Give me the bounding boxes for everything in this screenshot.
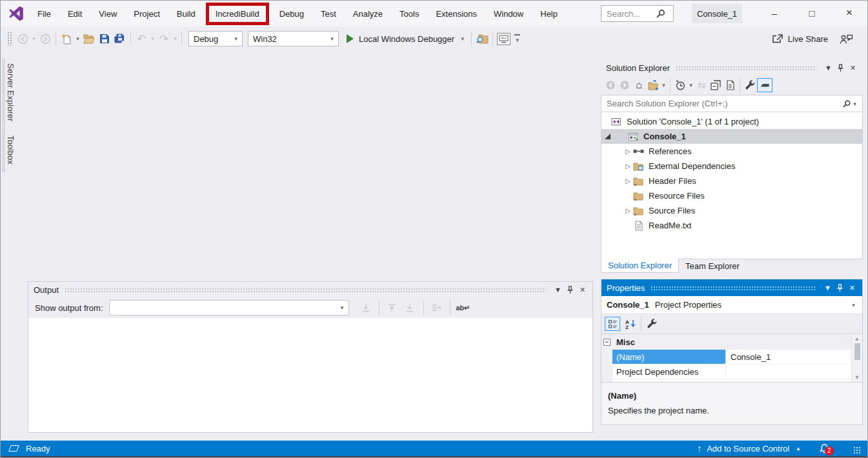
redo-icon[interactable]: ↷	[156, 30, 172, 47]
nav-forward-icon[interactable]	[37, 30, 53, 47]
collapse-all-icon[interactable]	[709, 77, 723, 94]
scroll-thumb[interactable]	[854, 343, 860, 360]
source-control-menu-icon[interactable]: ▲	[796, 446, 801, 452]
tree-item[interactable]: ▷ Header Files	[601, 174, 862, 188]
categorized-icon[interactable]	[605, 317, 620, 331]
menu-item-extensions[interactable]: Extensions	[427, 1, 485, 26]
search-input[interactable]	[607, 9, 656, 19]
start-debug-dropdown-icon[interactable]: ▾	[459, 35, 466, 42]
scroll-up-icon[interactable]: ▲	[854, 334, 860, 343]
toolbar-overflow-icon[interactable]: ▾	[514, 34, 521, 43]
panel-tab[interactable]: Solution Explorer	[601, 259, 679, 273]
property-row[interactable]: (Name) Console_1	[612, 350, 851, 364]
pending-changes-filter-icon[interactable]	[673, 77, 687, 94]
minimize-button[interactable]: –	[763, 1, 785, 25]
prev-message-icon[interactable]	[385, 299, 400, 316]
close-icon[interactable]: ×	[576, 284, 589, 295]
menu-item-window[interactable]: Window	[485, 1, 532, 26]
menu-item-debug[interactable]: Debug	[271, 1, 312, 26]
start-debugging-button[interactable]: Local Windows Debugger ▾	[347, 34, 466, 44]
word-wrap-icon[interactable]: ab↵	[456, 299, 471, 316]
search-icon[interactable]	[842, 99, 851, 108]
filter-dropdown-icon[interactable]: ▾	[687, 82, 694, 88]
property-category-row[interactable]: − Misc	[601, 334, 851, 350]
solution-explorer-title-bar[interactable]: Solution Explorer ▼ ×	[601, 60, 863, 75]
scrollbar[interactable]: ▲ ▼	[851, 334, 862, 382]
undo-icon[interactable]: ↶	[134, 30, 149, 47]
expander-icon[interactable]: ▷	[623, 148, 632, 155]
save-icon[interactable]	[97, 30, 112, 47]
menu-item-build[interactable]: Build	[168, 1, 204, 26]
menu-item-test[interactable]: Test	[312, 1, 345, 26]
solution-explorer-search-box[interactable]: ▾	[601, 95, 862, 112]
new-project-icon[interactable]	[59, 30, 74, 47]
tree-item[interactable]: ReadMe.txt	[601, 218, 862, 233]
menu-item-analyze[interactable]: Analyze	[345, 1, 391, 26]
close-icon[interactable]: ×	[846, 283, 858, 293]
solution-configuration-combo[interactable]: Debug ▾	[188, 31, 243, 46]
property-name[interactable]: Project Dependencies	[612, 364, 726, 379]
solution-search-input[interactable]	[607, 99, 842, 108]
notifications-button[interactable]: 2	[819, 443, 830, 454]
menu-item-project[interactable]: Project	[125, 1, 168, 26]
toolbar-grip[interactable]	[7, 32, 12, 46]
collapse-category-icon[interactable]: −	[603, 339, 611, 346]
tree-item[interactable]: Console_1	[601, 129, 862, 144]
close-button[interactable]: ×	[838, 1, 860, 25]
properties-title-bar[interactable]: Properties ▼ ×	[601, 279, 862, 296]
undo-dropdown-icon[interactable]: ▾	[149, 35, 156, 42]
menu-item-edit[interactable]: Edit	[59, 1, 90, 26]
sync-with-active-document-icon[interactable]: ⇆	[694, 77, 709, 94]
menu-item-tools[interactable]: Tools	[391, 1, 427, 26]
chevron-down-icon[interactable]: ▾	[850, 302, 857, 308]
incredibuild-monitor-icon[interactable]	[496, 30, 511, 47]
nav-back-icon[interactable]	[603, 77, 618, 94]
expander-icon[interactable]	[603, 134, 612, 139]
solution-platform-combo[interactable]: Win32 ▾	[248, 31, 339, 46]
feedback-icon[interactable]	[840, 34, 853, 45]
property-name[interactable]: (Name)	[612, 350, 726, 364]
background-tasks-icon[interactable]	[8, 445, 19, 452]
add-to-source-control-button[interactable]: Add to Source Control	[707, 444, 789, 453]
nav-forward-icon[interactable]	[618, 77, 632, 94]
new-project-dropdown-icon[interactable]: ▾	[74, 35, 81, 42]
selected-object-combo[interactable]: Console_1 Project Properties ▾	[601, 296, 862, 314]
find-in-files-icon[interactable]	[474, 30, 490, 47]
properties-wrench-icon[interactable]	[644, 315, 660, 332]
show-all-files-icon[interactable]	[723, 77, 737, 94]
chevron-down-icon[interactable]: ▾	[339, 304, 346, 311]
tree-item[interactable]: ▷ References	[601, 144, 862, 159]
nav-back-icon[interactable]	[15, 30, 30, 47]
properties-wrench-icon[interactable]	[743, 77, 757, 94]
tree-item[interactable]: Resource Files	[601, 188, 862, 203]
live-share-button[interactable]: Live Share	[771, 34, 828, 45]
menu-item-view[interactable]: View	[90, 1, 125, 26]
nav-back-dropdown-icon[interactable]: ▾	[30, 35, 37, 42]
tree-item[interactable]: Solution 'Console_1' (1 of 1 project)	[601, 114, 862, 129]
sidebar-tab-server-explorer[interactable]: Server Explorer	[1, 59, 17, 126]
save-all-icon[interactable]	[112, 30, 128, 47]
expander-icon[interactable]: ▷	[623, 207, 632, 214]
sort-alphabetical-icon[interactable]: AZ	[623, 315, 638, 332]
menu-item-incredibuild[interactable]: IncrediBuild	[206, 3, 269, 25]
chevron-down-icon[interactable]: ▾	[328, 35, 336, 42]
menu-item-file[interactable]: File	[29, 1, 59, 26]
chevron-down-icon[interactable]: ▾	[232, 35, 239, 42]
tree-item[interactable]: ▷ External Dependencies	[601, 159, 862, 174]
property-value[interactable]: Console_1	[726, 350, 851, 364]
pin-icon[interactable]	[834, 284, 846, 292]
expander-icon[interactable]: ▷	[623, 177, 632, 184]
search-icon[interactable]	[656, 9, 665, 19]
close-icon[interactable]: ×	[847, 63, 859, 73]
scroll-down-icon[interactable]: ▼	[854, 373, 860, 382]
expander-icon[interactable]: ▷	[623, 163, 632, 170]
pin-icon[interactable]	[564, 286, 576, 294]
panel-tab[interactable]: Team Explorer	[679, 259, 746, 273]
home-icon[interactable]: ⌂	[632, 77, 646, 94]
menu-item-help[interactable]: Help	[532, 1, 566, 26]
window-position-menu-icon[interactable]: ▼	[552, 286, 564, 294]
resize-grip[interactable]	[853, 446, 861, 454]
search-options-dropdown-icon[interactable]: ▾	[851, 101, 858, 107]
switch-views-icon[interactable]	[646, 77, 660, 94]
open-file-icon[interactable]	[81, 30, 97, 47]
